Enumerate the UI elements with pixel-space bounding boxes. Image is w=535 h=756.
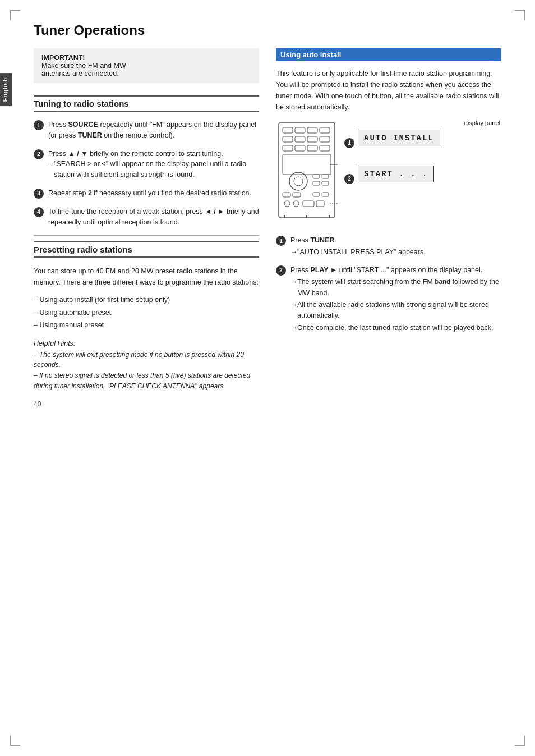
- svg-rect-13: [283, 154, 331, 175]
- important-line2: antennas are connected.: [41, 70, 119, 77]
- helpful-hints-section: Helpful Hints: – The system will exit pr…: [34, 340, 259, 391]
- svg-point-24: [284, 201, 290, 207]
- presetting-intro: You can store up to 40 FM and 20 MW pres…: [34, 265, 259, 288]
- svg-rect-2: [295, 127, 305, 133]
- important-line1: Make sure the FM and MW: [41, 62, 126, 70]
- preset-method-3: Using manual preset: [34, 319, 259, 332]
- important-label: IMPORTANT!: [41, 54, 85, 62]
- screen-1-row: 1 AUTO INSTALL: [344, 130, 501, 155]
- step-number-3: 3: [34, 189, 44, 199]
- tuning-step-1: 1 Press SOURCE repeatedly until "FM" app…: [34, 120, 259, 141]
- svg-rect-22: [313, 193, 320, 196]
- step-2-content: Press ▲ / ▼ briefly on the remote contro…: [48, 149, 259, 180]
- preset-method-1: Using auto install (for first time setup…: [34, 294, 259, 306]
- step-number-1: 1: [34, 120, 44, 130]
- svg-rect-27: [316, 201, 324, 207]
- svg-rect-11: [307, 145, 317, 151]
- svg-rect-17: [322, 175, 329, 178]
- diagram-step-num-2: 2: [344, 174, 354, 184]
- auto-install-intro: This feature is only applicable for firs…: [276, 68, 501, 113]
- screen-2-display: START . . .: [358, 166, 434, 182]
- svg-rect-7: [307, 136, 317, 142]
- step-3-content: Repeat step 2 if necessary until you fin…: [48, 188, 259, 199]
- display-panel-label: display panel: [344, 120, 500, 126]
- presetting-header: Presetting radio stations: [34, 241, 259, 258]
- screens-area: display panel 1 AUTO INSTALL 2 START . .…: [344, 120, 501, 191]
- tuning-header: Tuning to radio stations: [34, 95, 259, 112]
- svg-rect-8: [320, 136, 330, 142]
- auto-install-step-2-arrow-2: All the available radio stations with st…: [290, 300, 501, 322]
- important-box: IMPORTANT! Make sure the FM and MW anten…: [34, 48, 259, 83]
- svg-point-25: [293, 201, 299, 207]
- helpful-hints-title: Helpful Hints:: [34, 340, 259, 347]
- svg-rect-20: [283, 193, 290, 197]
- right-column: Using auto install This feature is only …: [276, 48, 501, 391]
- svg-rect-26: [303, 201, 314, 207]
- svg-rect-23: [322, 193, 329, 196]
- step-1-content: Press SOURCE repeatedly until "FM" appea…: [48, 120, 259, 141]
- corner-mark-bl: [10, 736, 20, 746]
- svg-rect-21: [293, 193, 301, 197]
- svg-point-14: [289, 172, 307, 190]
- svg-rect-6: [295, 136, 305, 142]
- svg-rect-4: [320, 127, 330, 133]
- svg-rect-16: [313, 175, 320, 178]
- svg-point-15: [294, 177, 303, 186]
- page-number: 40: [34, 400, 41, 408]
- auto-install-step-2-arrow-3: Once complete, the last tuned radio stat…: [290, 323, 501, 333]
- step-number-2: 2: [34, 149, 44, 159]
- auto-install-step-2-arrow-1: The system will start searching from the…: [290, 277, 501, 299]
- svg-rect-5: [283, 136, 293, 142]
- auto-install-steps: 1 Press TUNER. "AUTO INSTALL PRESS PLAY"…: [276, 235, 501, 333]
- svg-rect-19: [322, 181, 329, 185]
- device-illustration: [276, 120, 338, 225]
- auto-install-step-2-content: Press PLAY ► until "START ..." appears o…: [290, 265, 501, 333]
- auto-install-step-num-1: 1: [276, 236, 286, 246]
- corner-mark-br: [515, 736, 525, 746]
- diagram-step-num-1: 1: [344, 138, 354, 148]
- svg-rect-12: [320, 145, 330, 151]
- step-2-arrow: "SEARCH > or <" will appear on the displ…: [48, 159, 259, 180]
- svg-rect-18: [313, 181, 320, 185]
- tuning-step-2: 2 Press ▲ / ▼ briefly on the remote cont…: [34, 149, 259, 180]
- helpful-hints-text: – The system will exit presetting mode i…: [34, 350, 259, 391]
- auto-install-diagram: display panel 1 AUTO INSTALL 2 START . .…: [276, 120, 501, 225]
- screen-2-row: 2 START . . .: [344, 166, 501, 191]
- page-title: Tuner Operations: [34, 22, 501, 38]
- auto-install-step-1-content: Press TUNER. "AUTO INSTALL PRESS PLAY" a…: [290, 235, 501, 258]
- auto-install-header: Using auto install: [276, 48, 501, 61]
- svg-rect-1: [283, 127, 293, 133]
- divider-1: [34, 235, 259, 236]
- step-4-content: To fine-tune the reception of a weak sta…: [48, 207, 259, 228]
- device-svg: [276, 120, 338, 223]
- auto-install-step-1: 1 Press TUNER. "AUTO INSTALL PRESS PLAY"…: [276, 235, 501, 258]
- step-number-4: 4: [34, 207, 44, 217]
- screen-1-display: AUTO INSTALL: [358, 130, 440, 146]
- tuning-step-4: 4 To fine-tune the reception of a weak s…: [34, 207, 259, 228]
- tuning-step-3: 3 Repeat step 2 if necessary until you f…: [34, 188, 259, 199]
- auto-install-step-1-arrow: "AUTO INSTALL PRESS PLAY" appears.: [290, 247, 501, 258]
- auto-install-step-num-2: 2: [276, 265, 286, 276]
- svg-rect-3: [307, 127, 317, 133]
- preset-methods-list: Using auto install (for first time setup…: [34, 294, 259, 332]
- svg-rect-9: [283, 145, 293, 151]
- auto-install-step-2: 2 Press PLAY ► until "START ..." appears…: [276, 265, 501, 333]
- svg-rect-10: [295, 145, 305, 151]
- left-column: IMPORTANT! Make sure the FM and MW anten…: [34, 48, 259, 391]
- preset-method-2: Using automatic preset: [34, 306, 259, 319]
